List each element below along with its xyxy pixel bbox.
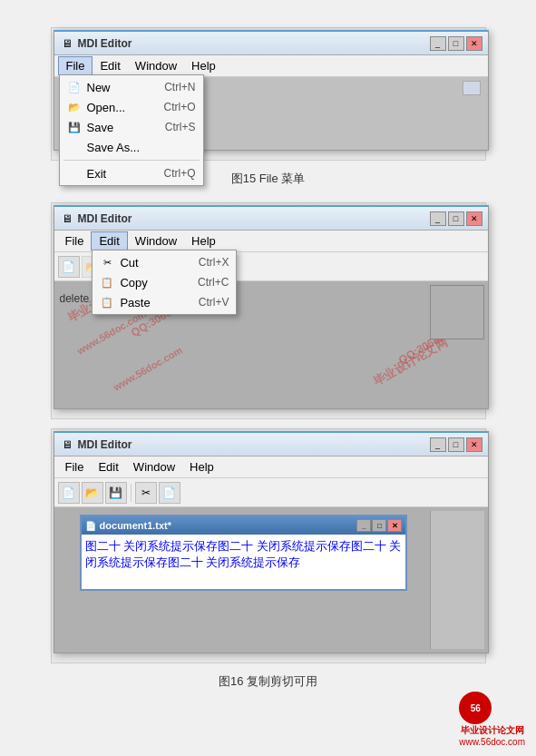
new-label: New	[87, 81, 111, 94]
menu-help2[interactable]: Help	[184, 232, 223, 250]
window-controls3: _ □ ✕	[430, 437, 482, 452]
menu-paste[interactable]: 📋 Paste Ctrl+V	[93, 292, 236, 312]
copy-icon: 📋	[100, 275, 114, 290]
maximize-button3[interactable]: □	[448, 437, 464, 452]
menu-window[interactable]: Window	[128, 57, 184, 74]
edit-dropdown: ✂ Cut Ctrl+X 📋 Copy Ctrl+C 📋 Paste	[92, 250, 237, 315]
mdi-side-panel	[430, 285, 484, 339]
watermark3: www.56doc.com	[74, 308, 147, 356]
minimize-button[interactable]: _	[430, 36, 446, 51]
menu-open[interactable]: 📂 Open... Ctrl+O	[60, 97, 203, 117]
figure16-window1: 🖥 MDI Editor _ □ ✕ File Edit ✂ Cut	[54, 205, 489, 409]
figure16-window2: 🖥 MDI Editor _ □ ✕ File Edit Window Help…	[54, 431, 489, 653]
app-icon3: 🖥	[60, 437, 74, 452]
open-shortcut: Ctrl+O	[163, 101, 195, 113]
minimize-button3[interactable]: _	[430, 437, 446, 452]
watermark-bottom: 56 毕业设计论文网 www.56doc.com	[459, 692, 525, 747]
mdi-area: 📄 document1.txt* _ □ ✕ 图二十 关闭系统提示保存图二十 关…	[58, 511, 430, 649]
menubar: File 📄 New Ctrl+N 📂 Open... Ctrl+O	[54, 55, 488, 77]
paste-icon: 📋	[100, 295, 114, 309]
watermark5: 毕业设计论文网	[370, 334, 450, 389]
separator	[63, 160, 200, 161]
menu-copy[interactable]: 📋 Copy Ctrl+C	[93, 272, 236, 292]
close-button[interactable]: ✕	[466, 36, 482, 51]
menu-help[interactable]: Help	[184, 57, 223, 74]
menu-file[interactable]: File 📄 New Ctrl+N 📂 Open... Ctrl+O	[58, 56, 93, 75]
toolbar-copy2[interactable]: 📄	[159, 482, 180, 504]
window-title: MDI Editor	[78, 37, 430, 50]
app-icon2: 🖥	[60, 211, 74, 226]
titlebar3: 🖥 MDI Editor _ □ ✕	[54, 433, 488, 457]
close-button2[interactable]: ✕	[466, 211, 482, 226]
child-maximize[interactable]: □	[372, 519, 386, 532]
document-text: 图二十 关闭系统提示保存图二十 关闭系统提示保存图二十 关闭系统提示保存图二十 …	[85, 539, 402, 569]
maximize-button[interactable]: □	[448, 36, 464, 51]
watermark-logo: 56 毕业设计论文网 www.56doc.com	[459, 692, 525, 747]
menu-saveas[interactable]: Save As...	[60, 137, 203, 157]
menubar2: File Edit ✂ Cut Ctrl+X 📋 Copy Ctrl+	[54, 231, 488, 252]
close-button3[interactable]: ✕	[466, 437, 482, 452]
child-close[interactable]: ✕	[387, 519, 402, 532]
menu-window3[interactable]: Window	[126, 458, 182, 476]
toolbar-sep2	[131, 484, 132, 502]
copy-label: Copy	[120, 276, 147, 290]
menu-exit[interactable]: Exit Ctrl+Q	[60, 163, 203, 183]
copy-shortcut: Ctrl+C	[198, 276, 229, 289]
exit-icon	[67, 166, 82, 181]
window-controls: _ □ ✕	[430, 36, 482, 51]
logo-text: 毕业设计论文网	[459, 724, 525, 737]
content-area3: 📄 document1.txt* _ □ ✕ 图二十 关闭系统提示保存图二十 关…	[54, 507, 488, 653]
child-minimize[interactable]: _	[356, 519, 371, 532]
watermark6: www.56doc.com	[111, 344, 183, 392]
save-label: Save	[87, 121, 114, 134]
figure16-screenshot2: 🖥 MDI Editor _ □ ✕ File Edit Window Help…	[51, 428, 486, 663]
menu-window2[interactable]: Window	[128, 232, 184, 250]
menu-edit[interactable]: Edit	[93, 57, 127, 74]
menubar3: File Edit Window Help	[54, 457, 488, 478]
titlebar: 🖥 MDI Editor _ □ ✕	[54, 32, 488, 55]
menu-save[interactable]: 💾 Save Ctrl+S	[60, 117, 203, 137]
figure16-screenshot: 🖥 MDI Editor _ □ ✕ File Edit ✂ Cut	[51, 202, 486, 419]
open-label: Open...	[87, 101, 126, 114]
figure15-window: 🖥 MDI Editor _ □ ✕ File 📄 New Ct	[54, 30, 489, 151]
file-dropdown: 📄 New Ctrl+N 📂 Open... Ctrl+O 💾 Save	[59, 74, 204, 186]
toolbar-cut2[interactable]: ✂	[135, 482, 157, 504]
toolbar-save2[interactable]: 💾	[105, 482, 127, 504]
cut-label: Cut	[120, 256, 138, 270]
app-icon: 🖥	[60, 36, 74, 51]
logo-circle: 56	[459, 692, 492, 724]
menu-file3[interactable]: File	[58, 458, 92, 476]
window-controls2: _ □ ✕	[430, 211, 482, 226]
titlebar2: 🖥 MDI Editor _ □ ✕	[54, 207, 488, 231]
menu-new[interactable]: 📄 New Ctrl+N	[60, 77, 203, 97]
cut-icon: ✂	[100, 255, 114, 270]
menu-cut[interactable]: ✂ Cut Ctrl+X	[93, 252, 236, 272]
new-icon: 📄	[67, 80, 82, 94]
toolbar-new2[interactable]: 📄	[58, 482, 80, 504]
saveas-label: Save As...	[87, 141, 141, 154]
toolbar-new[interactable]: 📄	[58, 256, 80, 278]
child-title: document1.txt*	[100, 520, 171, 531]
figure15-screenshot: 🖥 MDI Editor _ □ ✕ File 📄 New Ct	[51, 27, 486, 161]
window-title3: MDI Editor	[78, 438, 430, 451]
document-child: 📄 document1.txt* _ □ ✕ 图二十 关闭系统提示保存图二十 关…	[80, 515, 408, 591]
site-text: www.56doc.com	[459, 737, 525, 747]
menu-edit2[interactable]: Edit ✂ Cut Ctrl+X 📋 Copy Ctrl+C	[91, 231, 127, 250]
menu-file2[interactable]: File	[58, 232, 92, 250]
save-shortcut: Ctrl+S	[165, 121, 196, 133]
cut-shortcut: Ctrl+X	[199, 256, 229, 269]
maximize-button2[interactable]: □	[448, 211, 464, 226]
exit-shortcut: Ctrl+Q	[163, 167, 195, 180]
menu-help3[interactable]: Help	[182, 458, 221, 476]
scroll-stub	[463, 81, 481, 95]
window-title2: MDI Editor	[78, 212, 430, 225]
toolbar-open2[interactable]: 📂	[82, 482, 103, 504]
paste-shortcut: Ctrl+V	[199, 296, 229, 309]
open-icon: 📂	[67, 100, 82, 114]
saveas-icon	[67, 140, 82, 154]
child-content: 图二十 关闭系统提示保存图二十 关闭系统提示保存图二十 关闭系统提示保存图二十 …	[82, 535, 406, 589]
menu-edit3[interactable]: Edit	[91, 458, 125, 476]
minimize-button2[interactable]: _	[430, 211, 446, 226]
child-titlebar: 📄 document1.txt* _ □ ✕	[82, 516, 406, 535]
page: 🖥 MDI Editor _ □ ✕ File 📄 New Ct	[0, 9, 536, 756]
